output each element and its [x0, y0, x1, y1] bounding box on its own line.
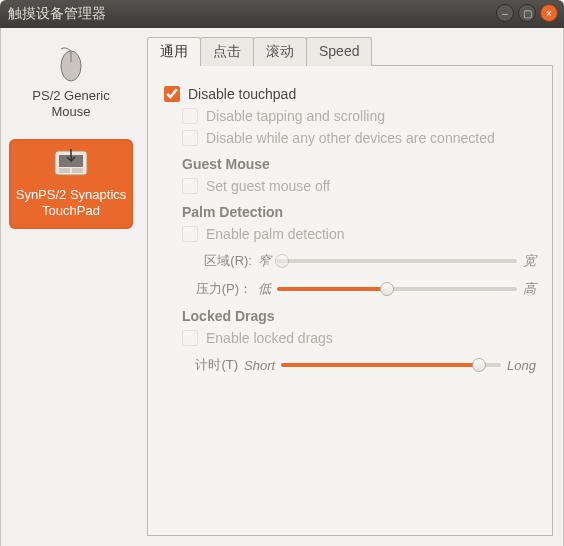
device-generic-mouse[interactable]: PS/2 Generic Mouse: [9, 38, 133, 131]
checkbox-disable-tap-scroll: [182, 108, 198, 124]
minimize-button[interactable]: –: [496, 4, 514, 22]
slider-track: [277, 259, 517, 263]
slider-fill: [281, 363, 479, 367]
slider-max-label: Long: [507, 358, 536, 373]
slider-palm-area: [277, 253, 517, 269]
opt-label: Disable touchpad: [188, 86, 296, 102]
slider-max-label: 宽: [523, 252, 536, 270]
device-label: SynPS/2 Synaptics TouchPad: [13, 187, 129, 220]
svg-rect-4: [59, 168, 70, 173]
slider-row-area: 区域(R): 窄 宽: [182, 252, 536, 270]
opt-label: Disable tapping and scrolling: [206, 108, 385, 124]
mouse-icon: [51, 46, 91, 84]
slider-thumb[interactable]: [380, 282, 394, 296]
window-title: 触摸设备管理器: [8, 5, 106, 23]
touchpad-icon: [49, 147, 93, 183]
checkbox-enable-palm: [182, 226, 198, 242]
main-panel: 通用 点击 滚动 Speed Disable touchpad Disable …: [141, 28, 563, 546]
disable-subopts: Disable tapping and scrolling Disable wh…: [164, 108, 536, 374]
maximize-button[interactable]: ▢: [518, 4, 536, 22]
opt-label: Enable palm detection: [206, 226, 345, 242]
slider-thumb: [275, 254, 289, 268]
slider-min-label: 窄: [258, 252, 271, 270]
heading-guest-mouse: Guest Mouse: [182, 156, 536, 172]
checkbox-disable-while-other: [182, 130, 198, 146]
opt-enable-locked-drags: Enable locked drags: [182, 330, 536, 346]
slider-locked-drag-timer[interactable]: [281, 357, 501, 373]
slider-row-timer: 计时(T) Short Long: [182, 356, 536, 374]
opt-label: Enable locked drags: [206, 330, 333, 346]
slider-fill: [277, 287, 387, 291]
slider-label: 压力(P)：: [182, 280, 252, 298]
tab-general[interactable]: 通用: [147, 37, 201, 66]
heading-locked-drags: Locked Drags: [182, 308, 536, 324]
checkbox-guest-mouse-off: [182, 178, 198, 194]
slider-max-label: 高: [523, 280, 536, 298]
titlebar: 触摸设备管理器 – ▢ ×: [0, 0, 564, 28]
opt-disable-while-other: Disable while any other devices are conn…: [182, 130, 536, 146]
svg-rect-5: [72, 168, 83, 173]
opt-disable-tap-scroll: Disable tapping and scrolling: [182, 108, 536, 124]
opt-label: Disable while any other devices are conn…: [206, 130, 495, 146]
checkbox-enable-locked-drags: [182, 330, 198, 346]
client-area: PS/2 Generic Mouse SynPS/2 Synaptics Tou…: [0, 28, 564, 546]
device-label: PS/2 Generic Mouse: [13, 88, 129, 121]
opt-enable-palm: Enable palm detection: [182, 226, 536, 242]
opt-guest-mouse-off: Set guest mouse off: [182, 178, 536, 194]
close-button[interactable]: ×: [540, 4, 558, 22]
tab-panel-general: Disable touchpad Disable tapping and scr…: [147, 65, 553, 536]
slider-min-label: 低: [258, 280, 271, 298]
slider-row-pressure: 压力(P)： 低 高: [182, 280, 536, 298]
checkbox-disable-touchpad[interactable]: [164, 86, 180, 102]
device-sidebar: PS/2 Generic Mouse SynPS/2 Synaptics Tou…: [1, 28, 141, 546]
slider-thumb[interactable]: [472, 358, 486, 372]
heading-palm-detection: Palm Detection: [182, 204, 536, 220]
slider-label: 计时(T): [182, 356, 238, 374]
slider-label: 区域(R):: [182, 252, 252, 270]
opt-label: Set guest mouse off: [206, 178, 330, 194]
window-controls: – ▢ ×: [496, 4, 558, 22]
tab-scroll[interactable]: 滚动: [253, 37, 307, 66]
slider-palm-pressure[interactable]: [277, 281, 517, 297]
slider-min-label: Short: [244, 358, 275, 373]
opt-disable-touchpad[interactable]: Disable touchpad: [164, 86, 536, 102]
tab-tap[interactable]: 点击: [200, 37, 254, 66]
tab-speed[interactable]: Speed: [306, 37, 372, 66]
tab-bar: 通用 点击 滚动 Speed: [147, 36, 553, 65]
device-synaptics-touchpad[interactable]: SynPS/2 Synaptics TouchPad: [9, 139, 133, 230]
